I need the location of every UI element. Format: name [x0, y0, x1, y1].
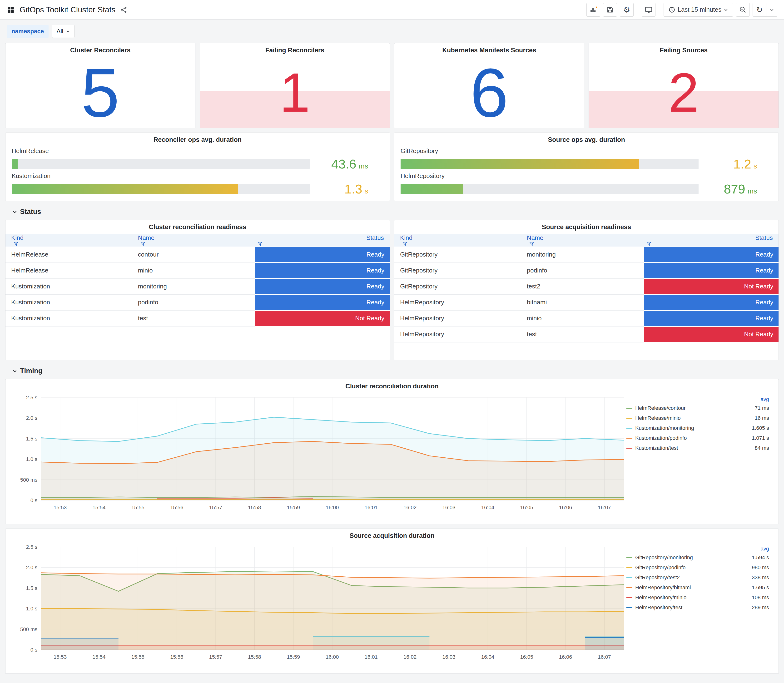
time-range-picker[interactable]: Last 15 minutes — [664, 3, 733, 17]
bar-gauge-line: 879ms — [401, 181, 772, 196]
bar-gauge-value-number: 1.3 — [345, 182, 362, 196]
legend-item[interactable]: Kustomization/podinfo1.071 s — [626, 433, 769, 443]
status-section-toggle[interactable]: Status — [12, 208, 779, 216]
table-row: GitRepositorytest2Not Ready — [394, 279, 779, 294]
bar-gauge-value: 43.6ms — [309, 157, 383, 172]
table-row: KustomizationpodinfoReady — [5, 294, 390, 310]
series-name: Kustomization/test — [635, 445, 741, 451]
legend-avg-header: avg — [741, 546, 769, 552]
legend-item[interactable]: HelmRelease/minio16 ms — [626, 413, 769, 423]
timing-section-toggle[interactable]: Timing — [12, 367, 779, 375]
kind-cell: HelmRepository — [394, 294, 521, 310]
status-cell: Not Ready — [644, 279, 779, 294]
readiness-table: KindNameStatusHelmReleasecontourReadyHel… — [5, 234, 390, 327]
panel-title: Failing Reconcilers — [200, 43, 390, 57]
bar-gauge-value-unit: s — [754, 162, 757, 170]
status-badge: Ready — [644, 247, 779, 262]
series-color-marker — [626, 438, 632, 439]
column-header-kind[interactable]: Kind — [394, 234, 521, 247]
series-name: Kustomization/monitoring — [635, 425, 741, 431]
svg-text:16:01: 16:01 — [365, 505, 378, 510]
column-header-status[interactable]: Status — [644, 234, 779, 247]
series-color-marker — [626, 557, 632, 558]
bar-gauge-line: 43.6ms — [12, 157, 383, 172]
namespace-variable-dropdown[interactable]: All — [52, 25, 74, 38]
legend-item[interactable]: HelmRepository/minio108 ms — [626, 593, 769, 603]
bar-gauge-label: Kustomization — [12, 172, 383, 180]
legend-item[interactable]: GitRepository/test2338 ms — [626, 572, 769, 583]
svg-text:15:59: 15:59 — [287, 505, 300, 510]
gear-icon: ⚙ — [623, 6, 630, 14]
column-header-kind[interactable]: Kind — [5, 234, 132, 247]
bar-gauge-value-number: 879 — [724, 182, 745, 196]
cycle-view-button[interactable] — [642, 3, 656, 17]
legend-item[interactable]: Kustomization/test84 ms — [626, 443, 769, 453]
filter-funnel-icon[interactable] — [529, 242, 534, 246]
filter-funnel-icon[interactable] — [646, 242, 651, 246]
name-cell: minio — [521, 310, 644, 326]
dashboard-grid-icon[interactable] — [6, 6, 15, 14]
share-dashboard-icon[interactable] — [120, 6, 127, 13]
legend-item[interactable]: HelmRelease/contour71 ms — [626, 403, 769, 413]
time-series-plot[interactable]: 15:5315:5415:5515:5615:5715:5815:5916:00… — [7, 393, 626, 512]
series-name: GitRepository/podinfo — [635, 564, 741, 571]
legend-item[interactable]: HelmRepository/bitnami1.695 s — [626, 583, 769, 593]
refresh-button[interactable]: ↻ — [753, 3, 766, 17]
kind-cell: GitRepository — [394, 247, 521, 263]
status-badge: Not Ready — [255, 311, 390, 326]
series-color-marker — [626, 418, 632, 418]
filter-funnel-icon[interactable] — [402, 242, 407, 246]
chevron-down-icon — [770, 8, 774, 12]
legend-item[interactable]: HelmRepository/test289 ms — [626, 603, 769, 612]
bar-gauge-value-number: 1.2 — [733, 157, 751, 171]
svg-text:16:03: 16:03 — [442, 505, 455, 510]
filter-funnel-icon[interactable] — [14, 242, 18, 246]
zoom-out-button[interactable] — [736, 3, 750, 17]
gauge-panels-row: Reconciler ops avg. durationHelmRelease4… — [5, 133, 779, 201]
svg-text:2.0 s: 2.0 s — [26, 415, 37, 421]
kind-cell: Kustomization — [5, 279, 132, 294]
panel-title: Cluster reconciliation readiness — [5, 220, 390, 234]
bar-gauge-line: 1.2s — [401, 157, 772, 172]
svg-text:15:53: 15:53 — [54, 505, 67, 510]
stat-panel: Failing Sources2 — [588, 43, 779, 128]
filter-funnel-icon[interactable] — [258, 242, 262, 246]
refresh-icon: ↻ — [757, 6, 763, 14]
variable-row: namespace All — [0, 19, 784, 39]
column-header-status[interactable]: Status — [255, 234, 390, 247]
series-avg-value: 1.594 s — [741, 555, 769, 561]
time-series-plot[interactable]: 15:5315:5415:5515:5615:5715:5815:5916:00… — [7, 543, 626, 662]
svg-text:15:57: 15:57 — [209, 505, 222, 510]
save-dashboard-button[interactable] — [603, 3, 617, 17]
status-cell: Ready — [255, 294, 390, 310]
bar-gauge-track — [12, 159, 309, 169]
svg-text:0 s: 0 s — [30, 497, 37, 503]
filter-funnel-icon[interactable] — [140, 242, 145, 246]
bar-gauge-value-unit: s — [365, 187, 368, 195]
series-color-marker — [626, 568, 632, 568]
svg-text:500 ms: 500 ms — [20, 477, 37, 483]
readiness-table-panel: Cluster reconciliation readinessKindName… — [5, 220, 390, 360]
legend-item[interactable]: GitRepository/monitoring1.594 s — [626, 553, 769, 563]
status-cell: Ready — [644, 263, 779, 279]
legend-header-row: avg — [626, 396, 769, 403]
column-header-label: Name — [527, 234, 544, 241]
svg-text:15:59: 15:59 — [287, 654, 300, 660]
svg-text:15:58: 15:58 — [248, 505, 261, 510]
svg-text:16:05: 16:05 — [520, 654, 533, 660]
dashboard-settings-button[interactable]: ⚙ — [620, 3, 633, 17]
refresh-interval-dropdown[interactable] — [766, 3, 778, 17]
column-header-name[interactable]: Name — [521, 234, 644, 247]
namespace-variable-label: namespace — [6, 25, 48, 38]
name-cell: podinfo — [132, 294, 255, 310]
time-series-panel: Cluster reconciliation duration15:5315:5… — [5, 379, 779, 524]
series-name: Kustomization/podinfo — [635, 435, 741, 441]
series-avg-value: 289 ms — [741, 604, 769, 611]
series-avg-value: 1.071 s — [741, 435, 769, 441]
legend-item[interactable]: GitRepository/podinfo980 ms — [626, 563, 769, 572]
legend-item[interactable]: Kustomization/monitoring1.605 s — [626, 423, 769, 433]
series-name: HelmRepository/bitnami — [635, 585, 741, 591]
column-header-name[interactable]: Name — [132, 234, 255, 247]
svg-text:16:00: 16:00 — [325, 505, 339, 510]
add-panel-button[interactable] — [587, 3, 600, 17]
